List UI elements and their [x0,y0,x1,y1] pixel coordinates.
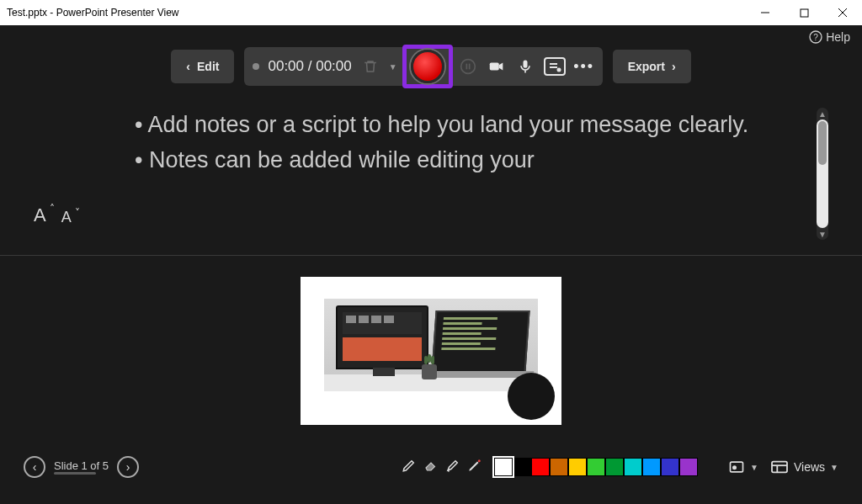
help-link[interactable]: ? Help [809,30,850,44]
svg-rect-1 [801,9,808,17]
scroll-thumb[interactable] [818,121,827,165]
teleprompter-icon[interactable] [544,57,566,76]
slide-progress-track[interactable] [54,472,96,475]
svg-point-13 [556,68,561,72]
export-label: Export [628,60,665,73]
export-button[interactable]: Export › [613,50,691,83]
pen-icon[interactable] [402,458,417,476]
window-controls [746,0,862,25]
notes-line-1: • Add notes or a script to help you land… [135,108,791,143]
record-button-highlight [402,45,453,88]
scroll-down-icon[interactable]: ▼ [818,228,827,240]
color-swatch[interactable] [624,458,642,476]
timer-text: 00:00 / 00:00 [268,58,351,75]
color-swatch[interactable] [494,458,513,476]
bottom-toolbar: ‹ Slide 1 of 5 › ▼ Views ▼ [0,441,862,485]
current-slide-preview[interactable] [301,277,561,425]
chevron-right-icon: › [672,60,676,73]
svg-point-6 [460,60,475,74]
highlighter-icon[interactable] [445,458,460,476]
pen-tools [402,458,482,476]
slide-preview-area [0,256,862,441]
notes-text: • Add notes or a script to help you land… [135,108,817,240]
svg-rect-7 [466,64,467,70]
color-swatch[interactable] [568,458,587,476]
color-swatch[interactable] [550,458,568,476]
views-button[interactable]: Views ▼ [770,459,838,475]
view-tools: ▼ Views ▼ [728,459,838,475]
camera-icon[interactable] [487,56,507,77]
svg-rect-17 [772,462,787,473]
svg-text:?: ? [813,33,818,42]
window-close-button[interactable] [823,0,862,25]
notes-line-2: • Notes can be added while editing your [135,143,791,178]
color-swatch[interactable] [642,458,661,476]
slide-indicator: Slide 1 of 5 [54,459,109,472]
slide-navigation: ‹ Slide 1 of 5 › [24,456,139,478]
microphone-icon[interactable] [515,56,535,77]
notes-scrollbar[interactable]: ▲ ▼ [817,108,828,240]
edit-button[interactable]: ‹ Edit [171,50,234,83]
window-titlebar: Test.pptx - PowerPoint Presenter View [0,0,862,25]
chevron-left-icon: ‹ [186,60,190,73]
dropdown-icon: ▼ [750,463,758,472]
next-slide-button[interactable]: › [117,456,139,478]
svg-point-16 [732,465,737,470]
eraser-icon[interactable] [423,458,439,476]
laser-icon[interactable] [467,458,482,476]
camera-preview-circle[interactable] [508,373,555,420]
window-title: Test.pptx - PowerPoint Presenter View [7,7,746,19]
cameo-layout-button[interactable]: ▼ [728,459,758,475]
help-label: Help [826,30,850,44]
slide-image [324,299,538,391]
color-swatch[interactable] [587,458,605,476]
svg-point-14 [478,459,481,462]
more-icon[interactable]: ••• [574,56,594,77]
increase-font-button[interactable]: A˄ [34,204,46,226]
svg-rect-9 [489,62,498,70]
recorder-toolbar: ‹ Edit 00:00 / 00:00 ▼ ••• Export › [0,45,862,99]
help-row: ? Help [0,25,862,45]
record-button[interactable] [411,50,444,83]
color-swatch[interactable] [605,458,624,476]
previous-slide-button[interactable]: ‹ [24,456,45,478]
svg-rect-8 [468,64,470,70]
trash-caret-icon[interactable]: ▼ [389,62,397,72]
pause-icon[interactable] [458,56,478,77]
trash-icon[interactable] [360,56,380,77]
edit-label: Edit [197,60,219,73]
color-swatch[interactable] [679,458,698,476]
font-size-controls: A˄ A˅ [34,108,135,240]
color-swatch[interactable] [513,458,531,476]
window-maximize-button[interactable] [785,0,823,25]
recording-status-dot [253,63,259,70]
views-label: Views [794,460,825,474]
window-minimize-button[interactable] [746,0,785,25]
dropdown-icon: ▼ [830,463,838,472]
scroll-track[interactable] [817,119,828,228]
notes-area: A˄ A˅ • Add notes or a script to help yo… [0,99,862,256]
recorder-controls-group: 00:00 / 00:00 ▼ ••• [244,47,602,86]
decrease-font-button[interactable]: A˅ [61,209,72,226]
color-swatch[interactable] [531,458,550,476]
color-swatch[interactable] [661,458,679,476]
scroll-up-icon[interactable]: ▲ [818,108,827,119]
svg-rect-10 [523,61,527,68]
svg-rect-15 [731,462,743,472]
color-swatches [494,458,698,476]
